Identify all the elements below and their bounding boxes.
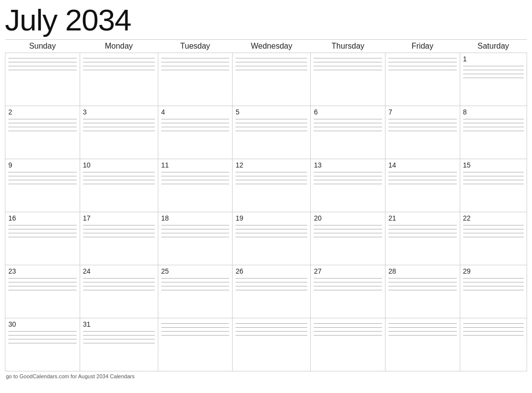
note-line: [236, 282, 307, 282]
calendar-cell: 23: [5, 265, 80, 318]
note-line: [463, 131, 524, 131]
note-lines: [161, 323, 230, 336]
note-line: [161, 290, 230, 290]
calendar-cell: 11: [158, 159, 233, 212]
note-line: [161, 229, 230, 229]
calendar-week-row: 9101112131415: [5, 159, 527, 212]
note-lines: [8, 119, 77, 131]
calendar-week-row: 3031: [5, 318, 527, 371]
day-number: 21: [388, 214, 457, 222]
note-line: [463, 323, 524, 324]
calendar-cell: [5, 53, 80, 106]
note-line: [314, 290, 382, 290]
note-line: [161, 172, 230, 172]
note-line: [83, 237, 155, 237]
note-line: [463, 278, 524, 279]
calendar-cell: 26: [233, 265, 311, 318]
calendar-cell: 30: [5, 318, 80, 371]
note-lines: [463, 172, 524, 184]
note-line: [83, 62, 155, 62]
calendar-cell: 21: [385, 212, 460, 265]
note-line: [314, 229, 382, 229]
calendar-cell: [233, 53, 311, 106]
note-line: [388, 58, 457, 58]
note-line: [83, 233, 155, 233]
note-line: [161, 278, 230, 279]
calendar-cell: 20: [311, 212, 385, 265]
note-line: [388, 225, 457, 225]
note-line: [388, 229, 457, 229]
calendar-cell: 18: [158, 212, 233, 265]
note-line: [236, 237, 307, 237]
note-line: [236, 58, 307, 58]
note-line: [388, 184, 457, 184]
note-lines: [314, 172, 382, 184]
calendar-cell: 1: [460, 53, 527, 106]
note-line: [314, 327, 382, 328]
note-line: [236, 180, 307, 180]
note-lines: [161, 278, 230, 290]
note-line: [463, 172, 524, 172]
note-line: [161, 180, 230, 180]
note-line: [8, 180, 77, 180]
calendar-cell: 29: [460, 265, 527, 318]
note-line: [463, 176, 524, 176]
note-line: [161, 176, 230, 176]
day-number: 30: [8, 320, 77, 328]
note-line: [314, 119, 382, 119]
note-line: [236, 327, 307, 328]
note-lines: [388, 58, 457, 70]
note-line: [388, 327, 457, 328]
day-number: 4: [161, 108, 230, 116]
calendar-cell: [385, 318, 460, 371]
note-line: [8, 127, 77, 127]
note-line: [463, 78, 524, 78]
note-line: [161, 282, 230, 282]
note-line: [83, 119, 155, 119]
note-line: [236, 66, 307, 66]
calendar-cell: [311, 318, 385, 371]
day-number: 23: [8, 267, 77, 275]
note-line: [314, 282, 382, 282]
note-lines: [236, 58, 307, 70]
note-line: [236, 233, 307, 233]
note-line: [8, 229, 77, 229]
note-line: [314, 286, 382, 286]
note-line: [314, 180, 382, 180]
note-line: [8, 278, 77, 279]
note-line: [8, 225, 77, 225]
note-line: [236, 62, 307, 62]
note-line: [236, 286, 307, 286]
note-line: [463, 70, 524, 70]
note-line: [236, 278, 307, 279]
note-lines: [388, 119, 457, 131]
calendar-cell: 28: [385, 265, 460, 318]
note-lines: [236, 323, 307, 336]
day-number: 17: [83, 214, 155, 222]
note-line: [236, 172, 307, 172]
note-line: [236, 229, 307, 229]
note-line: [236, 131, 307, 131]
day-number: 15: [463, 161, 524, 169]
calendar-cell: [233, 318, 311, 371]
day-number: 18: [161, 214, 230, 222]
note-line: [83, 343, 155, 343]
note-lines: [236, 172, 307, 184]
note-lines: [83, 331, 155, 343]
note-line: [83, 70, 155, 70]
calendar-cell: 4: [158, 106, 233, 159]
note-line: [161, 127, 230, 127]
note-line: [388, 66, 457, 66]
note-lines: [8, 172, 77, 184]
note-line: [8, 233, 77, 233]
note-lines: [388, 172, 457, 184]
note-lines: [83, 172, 155, 184]
calendar-body: 1234567891011121314151617181920212223242…: [5, 53, 527, 371]
note-line: [83, 331, 155, 332]
note-line: [314, 323, 382, 324]
note-line: [236, 225, 307, 225]
note-line: [8, 119, 77, 119]
note-line: [83, 290, 155, 290]
note-lines: [8, 278, 77, 290]
note-line: [314, 184, 382, 184]
